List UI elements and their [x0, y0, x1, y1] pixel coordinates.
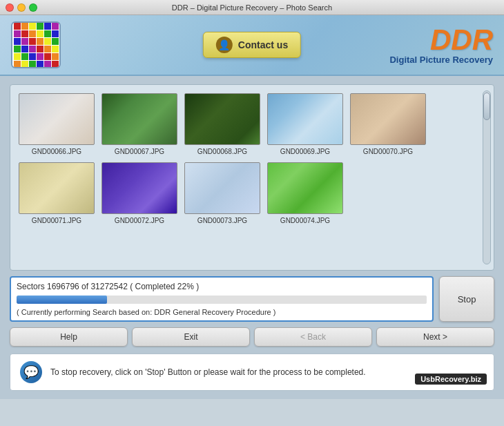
next-button[interactable]: Next >	[376, 327, 494, 347]
title-bar-buttons	[6, 3, 37, 12]
brand-title: DDR	[389, 26, 493, 55]
progress-status: ( Currently performing Search based on: …	[17, 308, 427, 316]
minimize-button[interactable]	[17, 3, 26, 12]
close-button[interactable]	[6, 3, 14, 12]
sectors-text: Sectors 1696796 of 31272542 ( Completed …	[17, 282, 427, 291]
list-item[interactable]: GND00069.JPG	[267, 93, 343, 155]
photo-label: GND00073.JPG	[197, 217, 247, 224]
usb-brand: UsbRecovery.biz	[415, 374, 487, 385]
thumbnail-68	[184, 93, 260, 145]
back-button[interactable]: < Back	[254, 327, 372, 347]
photo-label: GND00074.JPG	[280, 217, 330, 224]
info-bar: 💬 To stop recovery, click on 'Stop' Butt…	[10, 354, 494, 391]
photo-label: GND00067.JPG	[115, 148, 164, 155]
list-item[interactable]: GND00068.JPG	[184, 93, 260, 155]
photo-label: GND00071.JPG	[32, 217, 81, 224]
help-button[interactable]: Help	[10, 327, 128, 347]
contact-button[interactable]: 👤 Contact us	[203, 32, 301, 58]
stop-button[interactable]: Stop	[439, 276, 494, 322]
list-item[interactable]: GND00070.JPG	[350, 93, 426, 155]
brand-area: DDR Digital Picture Recovery	[389, 26, 493, 65]
list-item[interactable]: GND00072.JPG	[101, 162, 177, 224]
list-item[interactable]: GND00067.JPG	[101, 93, 177, 155]
thumbnail-73	[184, 162, 260, 214]
photo-grid: GND00066.JPG GND00067.JPG GND00068.JPG G…	[19, 93, 485, 224]
thumbnail-70	[350, 93, 426, 145]
app-logo	[11, 21, 61, 68]
scrollbar-thumb[interactable]	[483, 93, 490, 120]
photo-label: GND00072.JPG	[115, 217, 164, 224]
exit-button[interactable]: Exit	[132, 327, 250, 347]
main-content: GND00066.JPG GND00067.JPG GND00068.JPG G…	[0, 76, 504, 399]
list-item[interactable]: GND00074.JPG	[267, 162, 343, 224]
info-icon: 💬	[20, 361, 42, 383]
logo-mosaic	[14, 23, 59, 68]
maximize-button[interactable]	[29, 3, 37, 12]
photo-label: GND00066.JPG	[32, 148, 81, 155]
contact-button-wrapper: 👤 Contact us	[203, 32, 301, 58]
scrollbar[interactable]	[483, 90, 491, 264]
app-header: 👤 Contact us DDR Digital Picture Recover…	[0, 15, 504, 76]
progress-bar-background	[17, 296, 427, 304]
brand-subtitle: Digital Picture Recovery	[389, 55, 493, 65]
thumbnail-72	[101, 162, 177, 214]
list-item[interactable]: GND00066.JPG	[19, 93, 95, 155]
photo-label: GND00069.JPG	[280, 148, 330, 155]
list-item[interactable]: GND00073.JPG	[184, 162, 260, 224]
thumbnail-74	[267, 162, 343, 214]
navigation-buttons: Help Exit < Back Next >	[10, 327, 494, 347]
thumbnail-66	[19, 93, 95, 145]
title-bar: DDR – Digital Picture Recovery – Photo S…	[0, 0, 504, 15]
thumbnail-71	[19, 162, 95, 214]
progress-box: Sectors 1696796 of 31272542 ( Completed …	[10, 276, 434, 322]
thumbnail-69	[267, 93, 343, 145]
contact-label: Contact us	[238, 39, 288, 50]
list-item[interactable]: GND00071.JPG	[19, 162, 95, 224]
photo-label: GND00070.JPG	[363, 148, 413, 155]
window-title: DDR – Digital Picture Recovery – Photo S…	[172, 3, 332, 12]
photo-label: GND00068.JPG	[197, 148, 247, 155]
progress-bar-fill	[17, 296, 107, 304]
photo-area: GND00066.JPG GND00067.JPG GND00068.JPG G…	[10, 84, 494, 271]
contact-icon: 👤	[216, 37, 233, 53]
progress-area: Sectors 1696796 of 31272542 ( Completed …	[10, 276, 494, 322]
thumbnail-67	[101, 93, 177, 145]
